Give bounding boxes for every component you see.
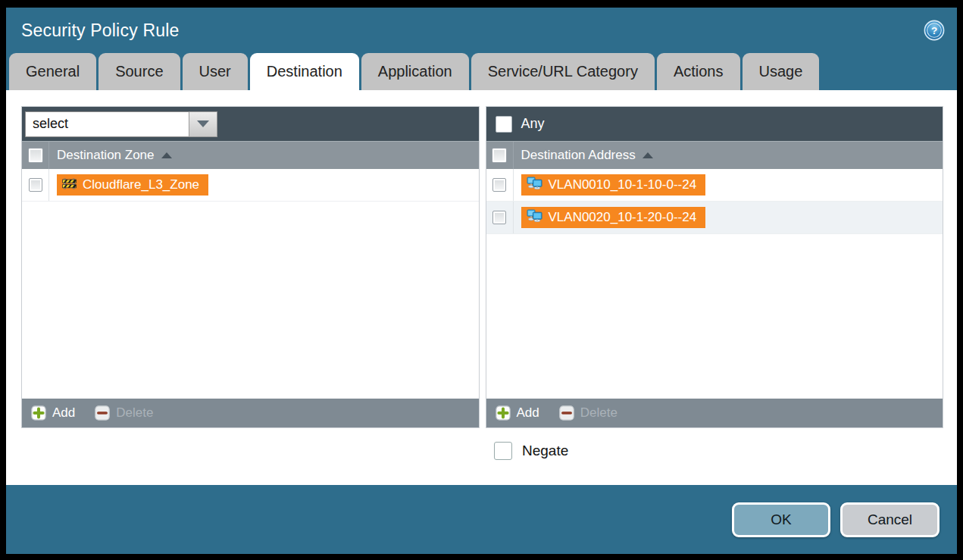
tab-label: General [26, 63, 80, 80]
security-policy-rule-dialog: Security Policy Rule ? General Source Us… [6, 8, 957, 554]
object-chip[interactable]: VLAN0010_10-1-10-0--24 [521, 174, 706, 196]
tab-label: User [199, 63, 231, 80]
dialog-footer: OK Cancel [6, 485, 957, 554]
row-label: VLAN0010_10-1-10-0--24 [549, 177, 697, 192]
row-checkbox[interactable] [29, 178, 42, 192]
delete-address-label: Delete [580, 405, 618, 421]
add-zone-button[interactable]: Add [31, 405, 75, 421]
any-checkbox[interactable] [496, 116, 512, 133]
object-chip[interactable]: Cloudflare_L3_Zone [57, 174, 208, 196]
address-column-header[interactable]: Destination Address [486, 141, 943, 169]
address-network-icon [527, 177, 542, 189]
any-label: Any [521, 116, 545, 132]
add-icon [31, 405, 46, 421]
tab-application[interactable]: Application [361, 53, 469, 90]
row-checkbox-cell [22, 169, 49, 201]
add-address-button[interactable]: Add [496, 405, 539, 421]
address-network-icon [527, 209, 542, 222]
zone-list: Cloudflare_L3_Zone [22, 169, 479, 399]
zone-select-all-checkbox[interactable] [28, 148, 43, 163]
delete-icon [559, 405, 574, 421]
row-checkbox-cell [486, 169, 514, 201]
cancel-button[interactable]: Cancel [840, 502, 940, 537]
zone-select [25, 111, 217, 137]
chip-icon-slot [62, 177, 77, 193]
address-list: VLAN0010_10-1-10-0--24 VLAN0020_10-1-20-… [486, 169, 943, 399]
negate-option: Negate [494, 442, 568, 460]
delete-address-button[interactable]: Delete [559, 405, 618, 421]
tab-destination[interactable]: Destination [250, 53, 359, 90]
zone-panel-topbar [22, 107, 479, 141]
tab-strip: General Source User Destination Applicat… [6, 53, 957, 90]
negate-label: Negate [522, 443, 568, 459]
row-checkbox[interactable] [492, 178, 506, 192]
chip-icon-slot [527, 209, 542, 226]
zone-select-dropdown-button[interactable] [189, 111, 217, 137]
add-icon [496, 405, 511, 421]
table-row[interactable]: Cloudflare_L3_Zone [22, 169, 479, 202]
tab-service-url-category[interactable]: Service/URL Category [471, 53, 655, 90]
address-panel-topbar: Any [486, 107, 943, 141]
zone-icon [62, 177, 77, 189]
address-panel-footer: Add Delete [486, 399, 943, 427]
chip-icon-slot [527, 177, 542, 193]
tab-usage[interactable]: Usage [743, 53, 820, 90]
zone-column-label: Destination Zone [57, 148, 155, 163]
svg-text:?: ? [931, 25, 937, 36]
zone-panel-footer: Add Delete [22, 399, 479, 427]
tab-actions[interactable]: Actions [657, 53, 740, 90]
add-zone-label: Add [52, 405, 75, 421]
tab-user[interactable]: User [183, 53, 248, 90]
ok-button[interactable]: OK [732, 502, 830, 537]
dialog-titlebar: Security Policy Rule [6, 8, 957, 53]
delete-zone-button[interactable]: Delete [95, 405, 153, 421]
zone-header-checkbox-cell [22, 142, 49, 169]
address-column-label: Destination Address [521, 148, 636, 163]
chevron-down-icon [197, 120, 209, 127]
table-row[interactable]: VLAN0020_10-1-20-0--24 [486, 202, 943, 234]
page-title: Security Policy Rule [21, 20, 180, 41]
sort-ascending-icon [643, 152, 653, 158]
sort-ascending-icon [161, 152, 172, 158]
tab-label: Usage [759, 63, 803, 80]
tab-label: Actions [674, 63, 724, 80]
zone-column-title: Destination Zone [57, 148, 172, 163]
tab-label: Destination [267, 63, 342, 80]
delete-icon [95, 405, 110, 421]
add-address-label: Add [517, 405, 539, 421]
destination-zone-panel: Destination Zone Cloudflare_L3_Zone [21, 106, 480, 428]
table-row[interactable]: VLAN0010_10-1-10-0--24 [486, 169, 943, 202]
destination-address-panel: Any Destination Address [486, 106, 944, 428]
zone-column-header[interactable]: Destination Zone [22, 141, 479, 169]
row-label: VLAN0020_10-1-20-0--24 [549, 210, 697, 225]
zone-select-input[interactable] [25, 111, 189, 137]
tab-label: Service/URL Category [488, 63, 638, 80]
tab-general[interactable]: General [9, 53, 96, 90]
address-header-checkbox-cell [486, 142, 514, 169]
object-chip[interactable]: VLAN0020_10-1-20-0--24 [521, 207, 706, 228]
row-label: Cloudflare_L3_Zone [83, 177, 199, 192]
row-checkbox-cell [486, 202, 514, 233]
tab-label: Source [115, 63, 163, 80]
tab-source[interactable]: Source [98, 53, 180, 90]
negate-checkbox[interactable] [494, 442, 512, 460]
help-icon[interactable]: ? [924, 20, 945, 41]
address-column-title: Destination Address [521, 148, 653, 163]
tab-label: Application [378, 63, 452, 80]
row-checkbox[interactable] [492, 211, 506, 224]
address-select-all-checkbox[interactable] [492, 148, 507, 163]
delete-zone-label: Delete [116, 405, 153, 421]
dialog-content: Destination Zone Cloudflare_L3_Zone [6, 90, 957, 485]
